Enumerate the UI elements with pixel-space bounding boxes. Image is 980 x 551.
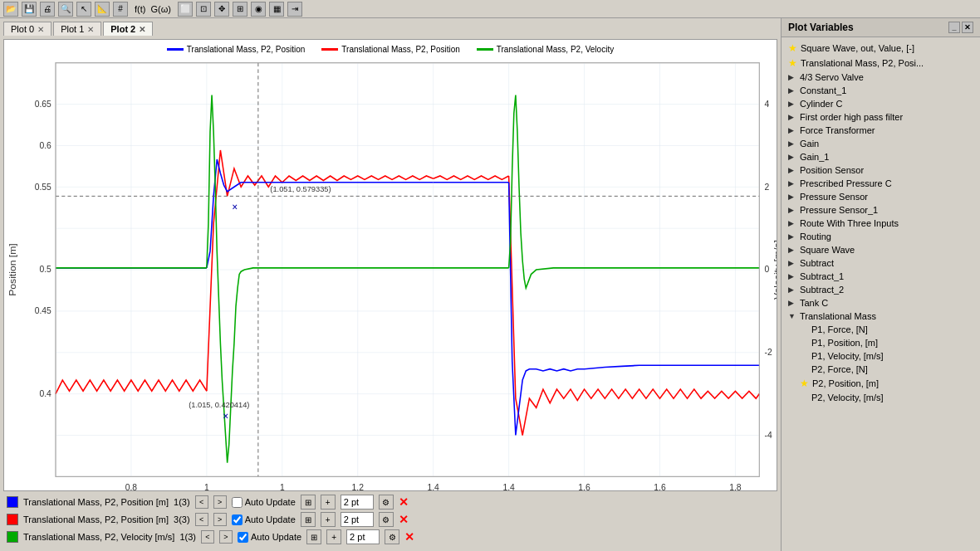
- grid-icon[interactable]: #: [113, 2, 128, 17]
- select-region-icon[interactable]: ⬜: [178, 2, 193, 17]
- series0-icon1[interactable]: ⊞: [301, 495, 316, 510]
- pan-icon[interactable]: ✥: [214, 2, 229, 17]
- series2-autoupdate-check[interactable]: [238, 532, 248, 543]
- measure-icon[interactable]: 📐: [95, 2, 110, 17]
- tree-item-23[interactable]: P1, Velocity, [m/s]: [782, 349, 980, 363]
- svg-text:0.8: 0.8: [125, 482, 137, 490]
- series1-delete[interactable]: ✕: [399, 513, 409, 526]
- arrow-icon-14: ▶: [788, 232, 796, 241]
- svg-text:1.6: 1.6: [578, 482, 590, 490]
- svg-text:0.6: 0.6: [39, 139, 51, 149]
- export-icon[interactable]: ⇥: [287, 2, 302, 17]
- tree-item-17[interactable]: ▶Subtract_1: [782, 270, 980, 283]
- main-area: Plot 0 ✕ Plot 1 ✕ Plot 2 ✕ Translational…: [0, 18, 980, 551]
- series1-icon1[interactable]: ⊞: [301, 512, 316, 527]
- tree-item-8[interactable]: ▶Gain_1: [782, 150, 980, 163]
- tree-item-label-22: P1, Position, [m]: [811, 338, 878, 348]
- svg-text:1.8: 1.8: [729, 482, 741, 490]
- series0-autoupdate-check[interactable]: [232, 497, 243, 508]
- save-icon[interactable]: 💾: [22, 2, 37, 17]
- tree-item-11[interactable]: ▶Pressure Sensor: [782, 190, 980, 203]
- zoom-region-icon[interactable]: ⊡: [196, 2, 211, 17]
- tree-item-24[interactable]: P2, Force, [N]: [782, 363, 980, 376]
- series2-pt[interactable]: 2 pt: [346, 529, 380, 544]
- tree-item-16[interactable]: ▶Subtract: [782, 256, 980, 270]
- svg-text:0: 0: [765, 264, 770, 274]
- series2-delete[interactable]: ✕: [404, 530, 414, 544]
- plot-area: Plot 0 ✕ Plot 1 ✕ Plot 2 ✕ Translational…: [0, 18, 781, 551]
- series1-settings[interactable]: ⚙: [379, 512, 394, 527]
- open-icon[interactable]: 📂: [3, 2, 18, 17]
- series1-color: [7, 514, 18, 525]
- tab-close-plot2[interactable]: ✕: [139, 25, 145, 34]
- tree-item-10[interactable]: ▶Prescribed Pressure C: [782, 177, 980, 190]
- bar-chart-icon[interactable]: ▦: [269, 2, 284, 17]
- svg-text:-2: -2: [765, 347, 772, 357]
- tree-item-4[interactable]: ▶Cylinder C: [782, 97, 980, 110]
- series2-settings[interactable]: ⚙: [385, 529, 399, 544]
- tree-item-19[interactable]: ▶Tank C: [782, 296, 980, 310]
- zoom-icon[interactable]: 🔍: [58, 2, 73, 17]
- series2-icon2[interactable]: +: [326, 529, 341, 544]
- tab-plot1[interactable]: Plot 1 ✕: [53, 22, 101, 36]
- series1-pt[interactable]: 2 pt: [341, 512, 374, 527]
- arrow-icon-20: ▼: [788, 312, 796, 320]
- control-row-0: Translational Mass, P2, Position [m] 1(3…: [7, 495, 774, 510]
- tree-item-18[interactable]: ▶Subtract_2: [782, 283, 980, 296]
- series2-next[interactable]: >: [219, 530, 233, 544]
- tab-close-plot1[interactable]: ✕: [87, 25, 94, 34]
- tree-item-13[interactable]: ▶Route With Three Inputs: [782, 217, 980, 230]
- panel-close-btn[interactable]: ✕: [962, 22, 973, 33]
- tree-item-6[interactable]: ▶Force Transformer: [782, 124, 980, 137]
- tree-item-1[interactable]: ★Translational Mass, P2, Posi...: [782, 56, 980, 71]
- series2-icon1[interactable]: ⊞: [306, 529, 321, 544]
- tree-item-3[interactable]: ▶Constant_1: [782, 84, 980, 97]
- arrow-icon-13: ▶: [788, 219, 796, 227]
- tree-item-9[interactable]: ▶Position Sensor: [782, 163, 980, 177]
- series1-autoupdate-label: Auto Update: [232, 514, 296, 525]
- print-icon[interactable]: 🖨: [40, 2, 55, 17]
- tree-item-20[interactable]: ▼Translational Mass: [782, 310, 980, 323]
- arrow-icon-16: ▶: [788, 259, 796, 267]
- panel-close-buttons: _ ✕: [948, 22, 973, 33]
- series0-pt[interactable]: 2 pt: [341, 495, 374, 510]
- svg-text:1: 1: [204, 482, 209, 490]
- tree-item-26[interactable]: P2, Velocity, [m/s]: [782, 391, 980, 404]
- series0-settings[interactable]: ⚙: [379, 495, 394, 510]
- tree-item-7[interactable]: ▶Gain: [782, 137, 980, 150]
- tree-item-15[interactable]: ▶Square Wave: [782, 243, 980, 256]
- tab-bar: Plot 0 ✕ Plot 1 ✕ Plot 2 ✕: [3, 22, 777, 36]
- circle-icon[interactable]: ◉: [251, 2, 266, 17]
- series2-prev[interactable]: <: [201, 530, 214, 544]
- series1-icon2[interactable]: +: [321, 512, 336, 527]
- series1-autoupdate-check[interactable]: [232, 514, 243, 525]
- tree-item-22[interactable]: P1, Position, [m]: [782, 336, 980, 349]
- svg-text:0.45: 0.45: [35, 305, 51, 315]
- tree-item-14[interactable]: ▶Routing: [782, 230, 980, 243]
- tab-plot2[interactable]: Plot 2 ✕: [103, 22, 153, 36]
- tree-item-label-12: Pressure Sensor_1: [800, 205, 878, 215]
- series0-prev[interactable]: <: [195, 495, 208, 509]
- series1-prev[interactable]: <: [195, 513, 208, 526]
- arrow-icon-11: ▶: [788, 193, 796, 201]
- tree-item-5[interactable]: ▶First order high pass filter: [782, 110, 980, 124]
- tree-item-21[interactable]: P1, Force, [N]: [782, 323, 980, 336]
- series0-color: [7, 496, 18, 508]
- pointer-icon[interactable]: ↖: [76, 2, 91, 17]
- svg-text:(1.015, 0.420414): (1.015, 0.420414): [189, 400, 249, 409]
- tree-item-2[interactable]: ▶4/3 Servo Valve: [782, 71, 980, 84]
- tab-close-plot0[interactable]: ✕: [37, 25, 44, 34]
- series0-delete[interactable]: ✕: [399, 495, 409, 509]
- arrow-icon-7: ▶: [788, 139, 796, 148]
- series1-next[interactable]: >: [213, 513, 227, 526]
- panel-minimize-btn[interactable]: _: [948, 22, 960, 33]
- series0-next[interactable]: >: [213, 495, 227, 509]
- tree-item-25[interactable]: ★P2, Position, [m]: [782, 376, 980, 391]
- series2-color: [7, 531, 18, 543]
- tab-plot0[interactable]: Plot 0 ✕: [3, 22, 51, 36]
- tree-item-12[interactable]: ▶Pressure Sensor_1: [782, 203, 980, 217]
- series0-icon2[interactable]: +: [321, 495, 336, 510]
- tree-item-0[interactable]: ★Square Wave, out, Value, [-]: [782, 41, 980, 56]
- series2-series: 1(3): [179, 532, 196, 542]
- plus-square-icon[interactable]: ⊞: [233, 2, 247, 17]
